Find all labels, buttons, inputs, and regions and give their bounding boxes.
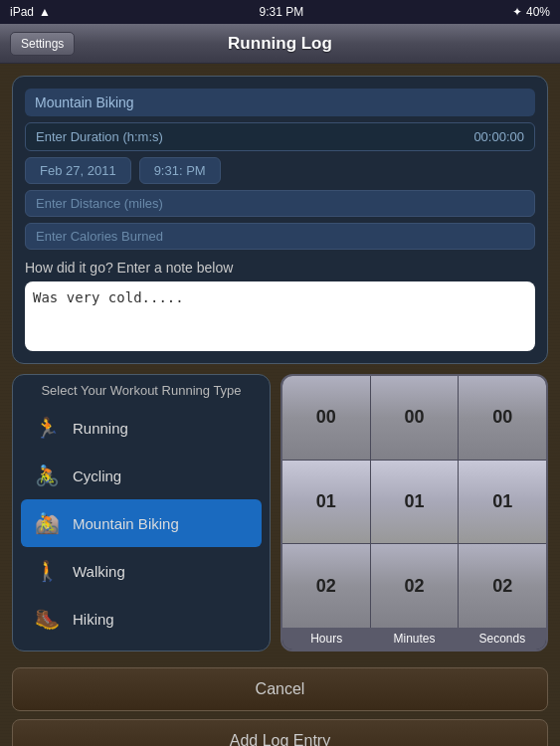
duration-value: 00:00:00: [473, 129, 524, 144]
add-log-button[interactable]: Add Log Entry: [12, 719, 548, 746]
status-time: 9:31 PM: [260, 5, 304, 19]
workout-selector-title: Select Your Workout Running Type: [21, 383, 262, 398]
running-label: Running: [73, 420, 128, 437]
note-label: How did it go? Enter a note below: [25, 260, 535, 276]
action-buttons: Cancel Add Log Entry: [12, 667, 548, 746]
settings-button[interactable]: Settings: [10, 32, 75, 56]
main-content: Mountain Biking Enter Duration (h:m:s) 0…: [0, 64, 560, 746]
cancel-button[interactable]: Cancel: [12, 667, 548, 711]
cycling-icon: 🚴: [31, 460, 63, 491]
duration-label: Enter Duration (h:m:s): [36, 129, 473, 144]
seconds-label: Seconds: [459, 632, 546, 646]
running-icon: 🏃: [31, 412, 63, 444]
calories-field[interactable]: Enter Calories Burned: [25, 223, 535, 250]
time-picker[interactable]: 000000010101020202 Hours Minutes Seconds: [280, 374, 548, 652]
time-button[interactable]: 9:31: PM: [139, 157, 221, 184]
workout-list: 🏃Running🚴Cycling🚵Mountain Biking🚶Walking…: [21, 404, 262, 643]
mountain-biking-icon: 🚵: [31, 507, 63, 539]
note-textarea[interactable]: [25, 281, 535, 351]
time-picker-grid: 000000010101020202: [282, 376, 546, 628]
time-cell-minutes-0: 00: [371, 376, 459, 460]
date-time-row: Feb 27, 2011 9:31: PM: [25, 157, 535, 184]
workout-item-cycling[interactable]: 🚴Cycling: [21, 452, 262, 499]
nav-bar: Settings Running Log: [0, 24, 560, 64]
mountain-biking-label: Mountain Biking: [73, 515, 179, 532]
hiking-label: Hiking: [73, 611, 114, 628]
time-cell-minutes-2: 02: [371, 544, 459, 628]
distance-field[interactable]: Enter Distance (miles): [25, 190, 535, 217]
wifi-icon: ▲: [39, 5, 51, 19]
hours-label: Hours: [282, 632, 370, 646]
workout-item-running[interactable]: 🏃Running: [21, 404, 262, 452]
page-title: Running Log: [228, 34, 332, 54]
minutes-label: Minutes: [370, 632, 458, 646]
status-bar: iPad ▲ 9:31 PM ✦ 40%: [0, 0, 560, 24]
time-cell-hours-1: 01: [282, 461, 370, 544]
hiking-icon: 🥾: [31, 603, 63, 635]
form-card: Mountain Biking Enter Duration (h:m:s) 0…: [12, 76, 548, 364]
status-right: ✦ 40%: [512, 5, 550, 19]
time-cell-seconds-1: 01: [459, 461, 546, 544]
bluetooth-icon: ✦: [512, 5, 522, 19]
workout-selector: Select Your Workout Running Type 🏃Runnin…: [12, 374, 271, 652]
time-cell-minutes-1: 01: [371, 461, 459, 544]
time-cell-hours-0: 00: [282, 376, 370, 460]
walking-icon: 🚶: [31, 555, 63, 587]
carrier-label: iPad: [10, 5, 34, 19]
cycling-label: Cycling: [73, 467, 121, 484]
workout-type-display: Mountain Biking: [25, 89, 535, 116]
time-cell-seconds-2: 02: [459, 544, 546, 628]
workout-item-hiking[interactable]: 🥾Hiking: [21, 595, 262, 643]
time-cell-hours-2: 02: [282, 544, 370, 628]
battery-label: 40%: [526, 5, 550, 19]
workout-item-walking[interactable]: 🚶Walking: [21, 547, 262, 595]
date-button[interactable]: Feb 27, 2011: [25, 157, 131, 184]
bottom-section: Select Your Workout Running Type 🏃Runnin…: [12, 374, 548, 652]
status-left: iPad ▲: [10, 5, 51, 19]
time-cell-seconds-0: 00: [459, 376, 546, 460]
walking-label: Walking: [73, 563, 125, 580]
time-picker-labels: Hours Minutes Seconds: [282, 628, 546, 650]
duration-row: Enter Duration (h:m:s) 00:00:00: [25, 122, 535, 151]
workout-item-mountain-biking[interactable]: 🚵Mountain Biking: [21, 499, 262, 547]
